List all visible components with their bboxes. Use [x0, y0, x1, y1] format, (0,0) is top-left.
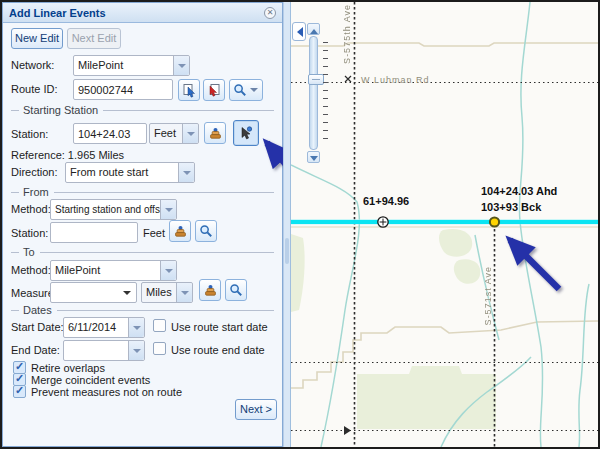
next-edit-button: Next Edit	[67, 28, 121, 49]
point-event-label: 61+94.96	[363, 195, 409, 207]
measure-instrument-icon	[173, 224, 188, 239]
calendar-dropdown-icon[interactable]	[128, 318, 144, 337]
network-select[interactable]: MilePoint	[73, 55, 190, 76]
starting-station-separator: Starting Station	[11, 104, 274, 116]
select-route-on-map-button[interactable]	[178, 79, 200, 101]
station-unit-select[interactable]: Feet	[149, 123, 199, 144]
station-input[interactable]	[73, 123, 147, 144]
map-canvas[interactable]: 61+94.96 104+24.03 Ahd 103+93 Bck W Luhm…	[291, 2, 598, 447]
use-route-start-date-checkbox[interactable]	[153, 319, 166, 332]
dates-separator: Dates	[11, 304, 274, 316]
network-label: Network:	[11, 59, 54, 71]
measure-instrument-icon	[203, 283, 218, 298]
prevent-measures-checkbox[interactable]	[13, 385, 26, 398]
panel-title: Add Linear Events	[9, 7, 264, 19]
direction-value: From route start	[70, 166, 148, 178]
network-value: MilePoint	[78, 59, 123, 71]
road-label-w-luhman-rd: W Luhman Rd	[361, 75, 430, 85]
zoom-slider-ticks	[323, 42, 328, 139]
end-date-label: End Date:	[11, 344, 60, 356]
clear-route-selection-button[interactable]	[203, 79, 225, 101]
to-measure-locate-button[interactable]	[199, 279, 221, 301]
from-station-locate-button[interactable]	[169, 220, 191, 242]
station-locate-button[interactable]	[204, 122, 226, 144]
chevron-down-icon[interactable]	[182, 124, 198, 143]
road-label-vertical-bottom: S-571st Ave	[483, 266, 493, 325]
start-date-value: 6/11/2014	[68, 321, 116, 333]
from-separator: From	[11, 186, 274, 198]
magnifier-icon	[199, 224, 213, 238]
to-measure-search-button[interactable]	[225, 279, 247, 301]
next-button[interactable]: Next >	[235, 399, 277, 420]
from-method-value: Starting station and offset	[55, 204, 168, 215]
point-event-marker	[378, 217, 388, 227]
application-window: Add Linear Events ✕ New Edit Next Edit N…	[0, 0, 600, 449]
measure-instrument-icon	[208, 126, 223, 141]
use-route-end-date-checkbox[interactable]	[153, 342, 166, 355]
start-date-picker[interactable]: 6/11/2014	[63, 317, 145, 338]
calendar-dropdown-icon[interactable]	[128, 341, 144, 360]
add-linear-events-panel: Add Linear Events ✕ New Edit Next Edit N…	[2, 2, 283, 447]
new-edit-button[interactable]: New Edit	[11, 28, 63, 49]
zoom-slider[interactable]	[307, 23, 329, 165]
zoom-out-button[interactable]	[307, 151, 320, 163]
splitter-handle-icon	[285, 238, 289, 264]
from-station-label: Station:	[11, 227, 48, 239]
selected-station-marker	[490, 217, 499, 226]
chevron-down-icon[interactable]	[160, 200, 176, 219]
dates-legend: Dates	[23, 304, 52, 316]
zoom-in-button[interactable]	[307, 23, 320, 35]
magnifier-icon	[233, 83, 247, 97]
end-date-picker[interactable]	[63, 340, 145, 361]
prevent-measures-label: Prevent measures not on route	[31, 386, 182, 398]
merge-coincident-events-label: Merge coincident events	[31, 374, 150, 386]
annotation-arrow	[510, 240, 559, 289]
retire-overlaps-label: Retire overlaps	[31, 362, 105, 374]
magnifier-icon	[229, 283, 243, 297]
section-line-arrow-icon	[344, 426, 351, 435]
red-pointer-page-icon	[207, 83, 222, 98]
chevron-down-icon[interactable]	[173, 56, 189, 75]
direction-label: Direction:	[11, 166, 57, 178]
route-id-label: Route ID:	[11, 83, 57, 95]
direction-select[interactable]: From route start	[65, 162, 195, 183]
selected-station-back-label: 103+93 Bck	[481, 201, 541, 213]
zoom-slider-track[interactable]	[309, 36, 318, 150]
panel-map-splitter[interactable]	[283, 2, 291, 447]
to-separator: To	[11, 246, 274, 258]
route-id-input[interactable]	[73, 79, 173, 100]
chevron-down-icon[interactable]	[123, 291, 131, 299]
start-date-label: Start Date:	[11, 321, 64, 333]
from-station-input[interactable]	[50, 222, 138, 243]
station-unit-value: Feet	[154, 127, 176, 139]
selected-station-ahead-label: 104+24.03 Ahd	[481, 185, 557, 197]
to-legend: To	[23, 246, 35, 258]
from-method-label: Method:	[11, 203, 51, 215]
from-method-select[interactable]: Starting station and offset	[50, 199, 177, 220]
chevron-down-icon[interactable]	[160, 261, 176, 280]
measure-unit-value: Miles	[146, 286, 172, 298]
road-lines	[291, 43, 598, 388]
chevron-down-icon[interactable]	[176, 283, 192, 302]
blue-pointer-page-icon	[182, 83, 197, 98]
starting-station-legend: Starting Station	[23, 104, 98, 116]
use-route-start-date-label: Use route start date	[171, 321, 268, 333]
from-station-search-button[interactable]	[195, 220, 217, 242]
chevron-down-icon[interactable]	[178, 163, 194, 182]
to-method-label: Method:	[11, 264, 51, 276]
pick-cursor-icon	[238, 125, 254, 141]
measure-combo[interactable]	[50, 282, 137, 303]
use-route-end-date-label: Use route end date	[171, 344, 265, 356]
reference-text: Reference: 1.965 Miles	[11, 149, 124, 161]
route-highlight	[291, 220, 598, 224]
from-legend: From	[23, 186, 49, 198]
station-label: Station:	[11, 128, 48, 140]
panel-header: Add Linear Events ✕	[3, 3, 282, 23]
measure-unit-select[interactable]: Miles	[141, 282, 193, 303]
close-icon[interactable]: ✕	[264, 7, 276, 19]
route-search-split-button[interactable]	[229, 79, 263, 101]
collapse-panel-button[interactable]	[292, 22, 306, 41]
zoom-slider-thumb[interactable]	[308, 74, 324, 85]
to-method-select[interactable]: MilePoint	[50, 260, 177, 281]
road-label-vertical-top: S-575th Ave	[342, 4, 352, 64]
